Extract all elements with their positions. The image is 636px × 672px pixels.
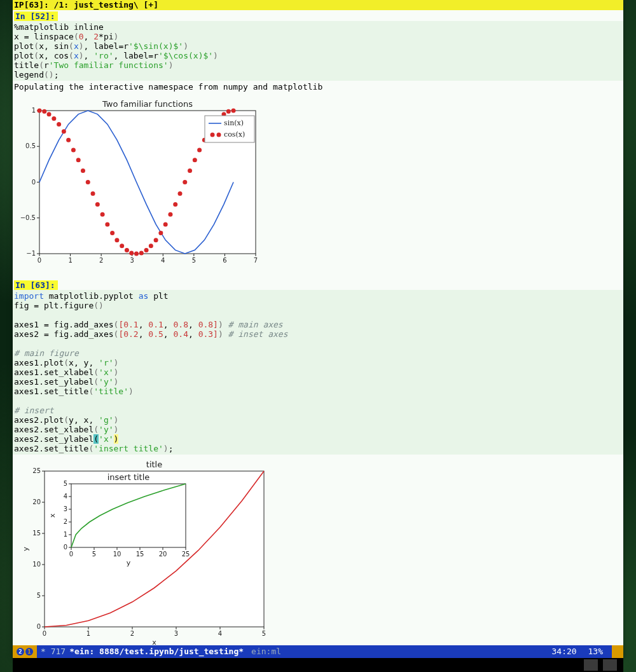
svg-point-59 xyxy=(193,158,197,162)
svg-text:20: 20 xyxy=(32,498,41,505)
svg-point-72 xyxy=(211,133,215,137)
svg-text:25: 25 xyxy=(182,551,190,558)
svg-point-56 xyxy=(178,191,183,196)
badge-icon: 1 xyxy=(25,648,33,655)
svg-point-35 xyxy=(76,158,81,162)
svg-text:insert title: insert title xyxy=(107,472,150,482)
svg-text:cos(x): cos(x) xyxy=(224,130,245,139)
modeline: 2 1 * 717 *ein: 8888/test.ipynb/just_tes… xyxy=(13,645,623,658)
svg-point-60 xyxy=(197,147,202,152)
minibuffer[interactable] xyxy=(13,658,623,672)
svg-point-37 xyxy=(86,180,90,184)
svg-rect-103 xyxy=(71,484,186,547)
svg-text:7: 7 xyxy=(254,257,258,264)
svg-text:title: title xyxy=(146,460,162,469)
svg-point-40 xyxy=(100,212,105,217)
svg-point-48 xyxy=(139,250,144,255)
svg-point-42 xyxy=(110,231,114,235)
svg-text:25: 25 xyxy=(32,467,41,474)
svg-point-66 xyxy=(226,109,231,114)
svg-point-58 xyxy=(188,168,192,173)
svg-text:−0.5: −0.5 xyxy=(20,214,36,221)
svg-point-39 xyxy=(95,202,100,207)
svg-point-32 xyxy=(62,129,66,134)
svg-point-30 xyxy=(52,116,56,121)
modeline-buffer: *ein: 8888/test.ipynb/just_testing* xyxy=(69,645,244,658)
svg-point-46 xyxy=(129,250,134,255)
svg-text:20: 20 xyxy=(159,551,167,558)
svg-point-54 xyxy=(168,212,172,217)
svg-text:5: 5 xyxy=(92,551,96,558)
svg-point-49 xyxy=(144,248,149,252)
modeline-status: * 717 xyxy=(37,645,69,658)
svg-point-31 xyxy=(57,122,61,127)
svg-point-45 xyxy=(125,248,129,252)
cell-stdout: Populating the interactive namespace fro… xyxy=(13,81,623,93)
svg-text:5: 5 xyxy=(262,630,266,637)
cell-output-plot: 0123450510152025titlexy0510152025012345i… xyxy=(13,455,623,660)
svg-text:1: 1 xyxy=(32,107,36,114)
svg-point-38 xyxy=(91,191,95,196)
svg-text:10: 10 xyxy=(113,551,121,558)
svg-text:0: 0 xyxy=(69,551,73,558)
notebook-cell[interactable]: In [52]: %matplotlib inlinex = linspace(… xyxy=(13,10,623,279)
window-titlebar: IP[63]: /1: just_testing\ [+] xyxy=(13,0,623,10)
notebook-cell[interactable]: In [63]: import matplotlib.pyplot as plt… xyxy=(13,279,623,660)
svg-text:6: 6 xyxy=(223,257,226,264)
svg-point-52 xyxy=(158,231,163,235)
svg-point-50 xyxy=(149,243,153,248)
svg-text:0.5: 0.5 xyxy=(25,142,36,149)
svg-point-55 xyxy=(173,202,177,207)
svg-text:1: 1 xyxy=(68,257,72,264)
svg-point-44 xyxy=(120,243,124,248)
svg-point-51 xyxy=(154,238,158,242)
svg-point-33 xyxy=(66,138,71,142)
svg-point-67 xyxy=(232,109,236,113)
svg-point-53 xyxy=(163,222,168,226)
svg-text:1: 1 xyxy=(64,531,67,538)
svg-point-27 xyxy=(38,109,42,113)
svg-text:3: 3 xyxy=(64,505,67,512)
svg-point-29 xyxy=(47,112,52,116)
svg-point-47 xyxy=(134,252,139,256)
svg-text:3: 3 xyxy=(174,630,178,637)
svg-point-34 xyxy=(71,147,76,152)
svg-text:5: 5 xyxy=(192,257,196,264)
svg-point-28 xyxy=(42,109,46,114)
svg-text:y: y xyxy=(127,559,131,567)
svg-text:2: 2 xyxy=(99,257,103,264)
modeline-percent: 13% xyxy=(582,647,609,656)
svg-text:1: 1 xyxy=(86,630,90,637)
modeline-mode: ein:ml xyxy=(244,645,281,658)
svg-point-36 xyxy=(81,168,85,173)
cell-code[interactable]: import matplotlib.pyplot as pltfig = plt… xyxy=(13,290,623,455)
svg-text:4: 4 xyxy=(64,493,67,500)
modeline-position: 34:20 xyxy=(552,647,577,656)
svg-point-43 xyxy=(114,238,119,242)
svg-text:4: 4 xyxy=(218,630,222,637)
editor-frame: IP[63]: /1: just_testing\ [+] In [52]: %… xyxy=(13,0,623,658)
svg-text:0: 0 xyxy=(64,544,67,551)
svg-text:0: 0 xyxy=(37,623,41,630)
modeline-badge: 2 1 xyxy=(13,645,37,658)
svg-text:−1: −1 xyxy=(26,250,36,257)
cell-code[interactable]: %matplotlib inlinex = linspace(0, 2*pi)p… xyxy=(13,21,623,81)
svg-text:x: x xyxy=(48,513,57,518)
svg-text:10: 10 xyxy=(32,561,41,568)
svg-text:5: 5 xyxy=(37,592,41,599)
modeline-scroll-indicator xyxy=(612,645,623,658)
svg-text:15: 15 xyxy=(136,551,144,558)
badge-icon: 2 xyxy=(17,648,24,655)
svg-text:sin(x): sin(x) xyxy=(224,119,244,127)
svg-point-57 xyxy=(183,180,187,184)
svg-text:4: 4 xyxy=(161,257,165,264)
svg-point-41 xyxy=(105,222,109,226)
svg-text:y: y xyxy=(22,547,30,551)
svg-text:15: 15 xyxy=(32,530,41,537)
cell-prompt: In [52]: xyxy=(14,11,58,21)
plot-sin-cos: 01234567−1−0.500.51Two familiar function… xyxy=(14,97,268,268)
titlebar-text: IP[63]: /1: just_testing\ [+] xyxy=(14,0,158,10)
svg-text:0: 0 xyxy=(32,179,36,186)
svg-text:0: 0 xyxy=(38,257,41,264)
svg-text:5: 5 xyxy=(64,480,67,487)
